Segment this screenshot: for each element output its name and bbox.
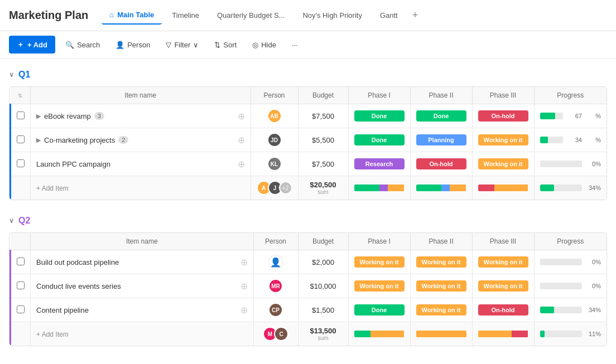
add-subitem-icon[interactable]: ⊕ — [238, 135, 245, 145]
filter-button[interactable]: ▽ Filter ∨ — [160, 37, 204, 52]
row-phase1-cell[interactable]: Done — [348, 128, 410, 152]
avatar-empty: 👤 — [268, 255, 283, 269]
row-progress-cell: 34% — [534, 128, 607, 152]
row-budget-cell: $5,500 — [298, 128, 348, 152]
row-phase2-cell[interactable]: Done — [410, 104, 472, 128]
row-person-cell: JD — [251, 128, 298, 152]
row-phase1-cell[interactable]: Research — [348, 152, 410, 176]
hide-button[interactable]: ◎ Hide — [247, 37, 282, 52]
summary-budget-cell: $13,500 sum — [298, 322, 348, 346]
avatar: C — [274, 327, 288, 341]
search-icon: 🔍 — [65, 41, 74, 49]
row-phase1-cell[interactable]: Working on it — [348, 250, 410, 274]
group-q2-header: ∨ Q2 — [9, 213, 607, 228]
row-checkbox[interactable] — [17, 258, 25, 265]
row-phase3-cell[interactable]: Working on it — [472, 152, 534, 176]
q2-phase1-header: Phase I — [348, 233, 410, 250]
row-phase2-cell[interactable]: Working on it — [410, 250, 472, 274]
summary-phase1-cell — [348, 322, 410, 346]
row-progress-cell: 34% — [534, 298, 607, 322]
q1-progress-header: Progress — [534, 87, 607, 104]
row-checkbox[interactable] — [17, 282, 25, 289]
person-filter-button[interactable]: 👤 Person — [110, 37, 156, 52]
row-progress-cell: 0% — [534, 274, 607, 298]
row-checkbox-cell — [11, 104, 31, 128]
row-checkbox[interactable] — [17, 135, 25, 143]
row-progress-cell: 67% — [534, 104, 607, 128]
summary-progress-cell: 11% — [534, 322, 607, 346]
q2-collapse-chevron[interactable]: ∨ — [9, 217, 14, 225]
q2-item-name-header: Item name — [31, 233, 254, 250]
q2-progress-header: Progress — [534, 233, 607, 250]
row-phase3-cell[interactable]: Working on it — [472, 128, 534, 152]
row-checkbox[interactable] — [17, 159, 25, 167]
row-budget-cell: $2,000 — [298, 250, 348, 274]
q1-header-row: ⇅ Item name Person Budget Phase I Phase … — [11, 87, 607, 104]
avatar: CP — [268, 303, 283, 317]
group-q1-header: ∨ Q1 — [9, 67, 607, 82]
summary-budget-cell: $20,500 sum — [298, 176, 348, 200]
q2-phase2-header: Phase II — [410, 233, 472, 250]
row-checkbox-cell — [11, 128, 31, 152]
plus-icon: ＋ — [17, 40, 24, 50]
q2-header-row: Item name Person Budget Phase I Phase II… — [11, 233, 607, 250]
row-phase1-cell[interactable]: Done — [348, 104, 410, 128]
progress-bar — [540, 113, 564, 119]
sort-handle-icon: ⇅ — [18, 93, 22, 99]
search-button[interactable]: 🔍 Search — [60, 37, 105, 52]
q2-budget-header: Budget — [298, 233, 348, 250]
tab-timeline[interactable]: Timeline — [164, 7, 207, 24]
row-phase2-cell[interactable]: Working on it — [410, 298, 472, 322]
expand-arrow-icon[interactable]: ▶ — [36, 113, 41, 120]
row-name-cell: ▶ eBook revamp 3 ⊕ — [31, 104, 251, 128]
sort-icon: ⇅ — [214, 41, 220, 49]
tab-quarterly-budget[interactable]: Quarterly Budget S... — [209, 7, 292, 24]
row-progress-cell: 0% — [534, 152, 607, 176]
add-tab-button[interactable]: + — [408, 7, 423, 23]
table-row: Launch PPC campaign ⊕ KL $7,500 — [11, 152, 607, 176]
add-subitem-icon[interactable]: ⊕ — [240, 281, 248, 292]
row-checkbox[interactable] — [17, 305, 25, 313]
add-subitem-icon[interactable]: ⊕ — [238, 111, 245, 122]
row-phase2-cell[interactable]: Planning — [410, 128, 472, 152]
add-subitem-icon[interactable]: ⊕ — [240, 305, 248, 316]
row-phase2-cell[interactable]: On-hold — [410, 152, 472, 176]
progress-bar-fill — [540, 307, 555, 313]
row-phase3-cell[interactable]: Working on it — [472, 250, 534, 274]
tabs-bar: ⌂ Main Table Timeline Quarterly Budget S… — [102, 6, 422, 25]
row-phase3-cell[interactable]: On-hold — [472, 298, 534, 322]
home-icon: ⌂ — [109, 11, 114, 19]
add-item-button[interactable]: + Add Item — [36, 331, 69, 338]
add-subitem-icon[interactable]: ⊕ — [238, 159, 245, 169]
more-options-button[interactable]: ··· — [286, 37, 304, 52]
add-subitem-icon[interactable]: ⊕ — [240, 257, 248, 268]
progress-bar — [540, 185, 583, 191]
add-button[interactable]: ＋ + Add — [9, 36, 55, 54]
row-phase1-cell[interactable]: Done — [348, 298, 410, 322]
tab-gantt[interactable]: Gantt — [372, 7, 406, 24]
q1-collapse-chevron[interactable]: ∨ — [9, 71, 14, 79]
ellipsis-icon: ··· — [292, 41, 298, 49]
table-row: Content pipeline ⊕ CP $1,500 — [11, 298, 607, 322]
progress-bar-fill — [540, 137, 548, 143]
row-budget-cell: $7,500 — [298, 152, 348, 176]
sort-button[interactable]: ⇅ Sort — [209, 37, 242, 52]
add-item-button[interactable]: + Add Item — [36, 185, 69, 192]
q2-person-header: Person — [253, 233, 298, 250]
add-item-cell: + Add Item — [31, 176, 251, 200]
avatar: JD — [267, 133, 282, 147]
tab-noys-high-priority[interactable]: Noy's High Priority — [295, 7, 370, 24]
summary-phase2-cell — [410, 176, 472, 200]
row-checkbox[interactable] — [17, 111, 25, 119]
row-phase1-cell[interactable]: Working on it — [348, 274, 410, 298]
row-phase2-cell[interactable]: Working on it — [410, 274, 472, 298]
summary-phase1-cell — [348, 176, 410, 200]
progress-bar-fill — [540, 113, 556, 119]
row-phase3-cell[interactable]: On-hold — [472, 104, 534, 128]
q1-phase3-header: Phase III — [472, 87, 534, 104]
avatar: AB — [267, 109, 282, 123]
progress-bar — [540, 161, 583, 167]
tab-main-table[interactable]: ⌂ Main Table — [102, 6, 162, 25]
row-phase3-cell[interactable]: Working on it — [472, 274, 534, 298]
expand-arrow-icon[interactable]: ▶ — [36, 137, 41, 144]
